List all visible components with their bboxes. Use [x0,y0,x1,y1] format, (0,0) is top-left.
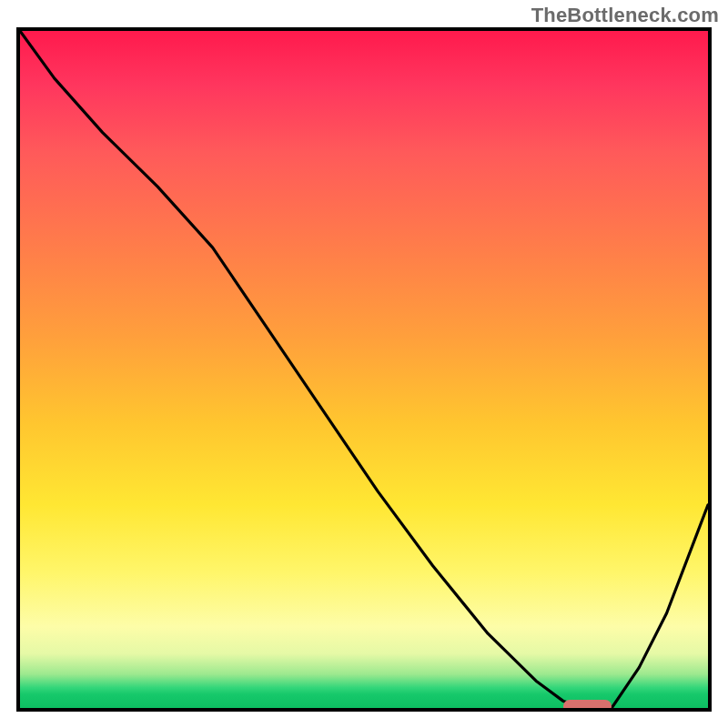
bottleneck-curve [20,31,708,708]
plot-area [16,27,712,712]
watermark-text: TheBottleneck.com [531,4,719,27]
chart-container: TheBottleneck.com [0,0,728,728]
optimal-range-marker [563,700,612,712]
